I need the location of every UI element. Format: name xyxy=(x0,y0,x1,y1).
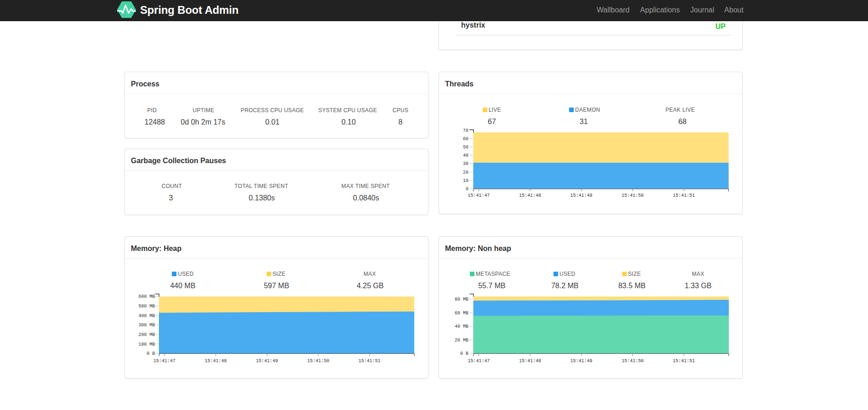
svg-text:300 MB: 300 MB xyxy=(138,323,155,328)
svg-text:10: 10 xyxy=(463,178,468,183)
svg-text:30: 30 xyxy=(463,161,468,166)
svg-text:100 MB: 100 MB xyxy=(138,342,155,347)
svg-text:40: 40 xyxy=(463,153,468,158)
svg-text:600 MB: 600 MB xyxy=(138,294,155,299)
svg-text:50: 50 xyxy=(463,145,468,150)
svg-text:80 MB: 80 MB xyxy=(455,297,468,302)
svg-text:40 MB: 40 MB xyxy=(455,324,468,329)
svg-text:15:41:50: 15:41:50 xyxy=(621,359,643,364)
svg-text:15:41:49: 15:41:49 xyxy=(256,359,278,364)
svg-text:15:41:50: 15:41:50 xyxy=(621,193,643,198)
svg-text:20 MB: 20 MB xyxy=(455,338,468,343)
svg-text:15:41:48: 15:41:48 xyxy=(205,359,227,364)
svg-text:15:41:48: 15:41:48 xyxy=(519,193,541,198)
svg-text:400 MB: 400 MB xyxy=(138,313,155,319)
svg-text:60: 60 xyxy=(463,137,468,142)
svg-text:200 MB: 200 MB xyxy=(138,332,155,337)
svg-text:0 B: 0 B xyxy=(147,351,155,356)
svg-text:60 MB: 60 MB xyxy=(455,311,468,316)
svg-text:15:41:49: 15:41:49 xyxy=(570,359,592,364)
svg-text:15:41:51: 15:41:51 xyxy=(673,193,695,198)
svg-text:15:41:51: 15:41:51 xyxy=(673,359,695,364)
svg-text:15:41:47: 15:41:47 xyxy=(153,359,175,364)
svg-text:15:41:49: 15:41:49 xyxy=(570,193,592,198)
svg-text:15:41:47: 15:41:47 xyxy=(468,359,490,364)
svg-text:500 MB: 500 MB xyxy=(138,304,155,309)
svg-text:0 B: 0 B xyxy=(460,351,468,356)
svg-text:70: 70 xyxy=(463,128,468,133)
svg-text:15:41:48: 15:41:48 xyxy=(519,359,541,364)
svg-text:15:41:50: 15:41:50 xyxy=(307,359,329,364)
svg-text:20: 20 xyxy=(463,170,468,175)
svg-text:15:41:51: 15:41:51 xyxy=(358,359,380,364)
svg-text:0: 0 xyxy=(466,187,468,192)
svg-text:15:41:47: 15:41:47 xyxy=(468,193,490,198)
